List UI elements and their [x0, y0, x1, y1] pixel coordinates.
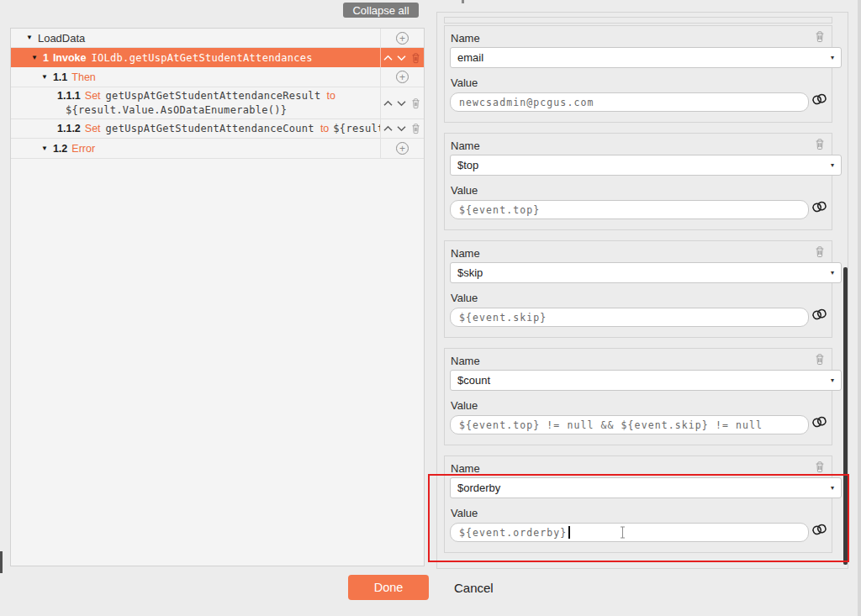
- tree-row-then[interactable]: ▼ 1.1 Then +: [11, 67, 424, 87]
- link-icon[interactable]: [811, 92, 828, 107]
- chevron-down-icon: ▾: [831, 376, 834, 384]
- link-icon[interactable]: [811, 200, 828, 214]
- add-step-icon[interactable]: +: [396, 71, 409, 83]
- param-card-skip: Name $skip ▾ Value: [444, 240, 832, 338]
- edge-fragment: [0, 551, 3, 573]
- step-keyword: Set: [85, 89, 101, 103]
- param-card-count: Name $count ▾ Value: [444, 348, 832, 445]
- value-label: Value: [451, 292, 478, 304]
- tree-row-set-count[interactable]: 1.1.2 Set getUspAtGetStudentAttendanceCo…: [11, 119, 424, 139]
- tree-row-set-result[interactable]: 1.1.1 Set getUspAtGetStudentAttendanceRe…: [11, 87, 424, 119]
- move-down-icon[interactable]: [397, 125, 406, 132]
- step-keyword-to: to: [320, 123, 329, 134]
- text-caret: [568, 526, 570, 539]
- move-down-icon[interactable]: [397, 55, 406, 61]
- step-number: 1.2: [53, 143, 67, 155]
- clipped-card-top: [444, 17, 832, 24]
- value-label: Value: [451, 399, 478, 412]
- ibeam-cursor: [619, 526, 626, 542]
- param-name-value: $orderby: [457, 482, 500, 494]
- cancel-button[interactable]: Cancel: [454, 581, 494, 595]
- step-code-line2: ${result.Value.AsODataEnumerable()}: [66, 103, 287, 118]
- delete-param-icon[interactable]: [814, 138, 826, 150]
- collapse-caret-icon[interactable]: ▼: [26, 34, 33, 41]
- param-value-input-focused[interactable]: [450, 523, 809, 542]
- step-number: 1.1.2: [57, 123, 81, 134]
- collapse-all-button[interactable]: Collapse all: [343, 3, 419, 18]
- window-scrollbar[interactable]: [858, 0, 861, 616]
- delete-param-icon[interactable]: [814, 353, 826, 366]
- chevron-down-icon: ▾: [831, 269, 834, 276]
- delete-param-icon[interactable]: [814, 245, 826, 258]
- delete-step-icon[interactable]: [410, 97, 421, 109]
- logic-tree-panel: ▼ LoadData + ▼ 1 Invoke IOLdb.getUspAtGe…: [10, 28, 425, 566]
- param-name-select[interactable]: $skip ▾: [450, 262, 842, 283]
- collapse-caret-icon[interactable]: ▼: [31, 55, 38, 61]
- name-label: Name: [451, 32, 480, 45]
- param-value-input[interactable]: [450, 308, 809, 327]
- step-keyword: Invoke: [53, 52, 87, 64]
- link-icon[interactable]: [811, 415, 828, 429]
- param-name-value: $top: [457, 159, 478, 171]
- name-label: Name: [451, 462, 480, 475]
- move-up-icon[interactable]: [383, 55, 393, 61]
- step-code-2: ${result.Count}: [333, 123, 380, 134]
- tree-row-error[interactable]: ▼ 1.2 Error +: [11, 139, 424, 159]
- param-value-input[interactable]: [450, 92, 809, 112]
- param-value-input[interactable]: [450, 415, 809, 434]
- step-code: IOLdb.getUspAtGetStudentAttendances: [91, 52, 312, 64]
- delete-param-icon[interactable]: [814, 30, 826, 43]
- param-name-select[interactable]: email ▾: [450, 47, 842, 68]
- param-name-select[interactable]: $orderby ▾: [450, 477, 842, 498]
- tree-row-loaddata[interactable]: ▼ LoadData +: [11, 29, 424, 48]
- add-step-icon[interactable]: +: [396, 32, 409, 45]
- step-keyword: Set: [85, 123, 101, 134]
- name-label: Name: [451, 247, 480, 260]
- move-down-icon[interactable]: [397, 100, 406, 107]
- name-label: Name: [451, 355, 480, 367]
- param-name-value: $skip: [457, 266, 483, 279]
- add-step-icon[interactable]: +: [396, 142, 409, 155]
- param-card-email: Name email ▾ Value: [444, 25, 832, 123]
- step-keyword: Error: [71, 143, 95, 155]
- chevron-down-icon: ▾: [831, 161, 834, 169]
- link-icon[interactable]: [811, 308, 828, 322]
- step-code: getUspAtGetStudentAttendanceCount: [106, 123, 314, 134]
- step-number: 1.1.1: [57, 89, 81, 103]
- collapse-caret-icon[interactable]: ▼: [41, 74, 48, 81]
- delete-step-icon[interactable]: [410, 123, 421, 134]
- edge-fragment: [462, 0, 464, 3]
- chevron-down-icon: ▾: [831, 484, 834, 492]
- step-code: getUspAtGetStudentAttendanceResult: [106, 89, 321, 103]
- param-name-value: $count: [457, 374, 490, 387]
- param-card-top: Name $top ▾ Value: [444, 133, 832, 230]
- step-keyword-to: to: [326, 89, 335, 103]
- panel-scrollbar-thumb[interactable]: [843, 267, 848, 565]
- tree-row-label: LoadData: [38, 32, 85, 45]
- param-name-select[interactable]: $count ▾: [450, 370, 842, 391]
- link-icon[interactable]: [811, 523, 828, 537]
- name-label: Name: [451, 140, 480, 152]
- parameters-panel: Name email ▾ Value Name $top ▾ Value Nam…: [436, 12, 848, 569]
- step-number: 1: [43, 52, 49, 64]
- value-label: Value: [451, 507, 478, 519]
- param-name-select[interactable]: $top ▾: [450, 155, 842, 176]
- delete-step-icon[interactable]: [410, 52, 421, 64]
- done-button[interactable]: Done: [348, 575, 429, 600]
- step-keyword: Then: [71, 71, 96, 83]
- move-up-icon[interactable]: [383, 100, 393, 107]
- step-number: 1.1: [53, 71, 67, 83]
- param-name-value: email: [457, 51, 483, 64]
- value-label: Value: [451, 184, 478, 197]
- param-card-orderby: Name $orderby ▾ Value: [444, 455, 832, 553]
- param-value-input[interactable]: [450, 200, 809, 219]
- move-up-icon[interactable]: [383, 125, 393, 132]
- chevron-down-icon: ▾: [831, 54, 834, 61]
- collapse-caret-icon[interactable]: ▼: [41, 145, 48, 152]
- value-label: Value: [451, 76, 478, 89]
- tree-row-invoke-selected[interactable]: ▼ 1 Invoke IOLdb.getUspAtGetStudentAtten…: [11, 48, 424, 67]
- delete-param-icon[interactable]: [814, 461, 826, 473]
